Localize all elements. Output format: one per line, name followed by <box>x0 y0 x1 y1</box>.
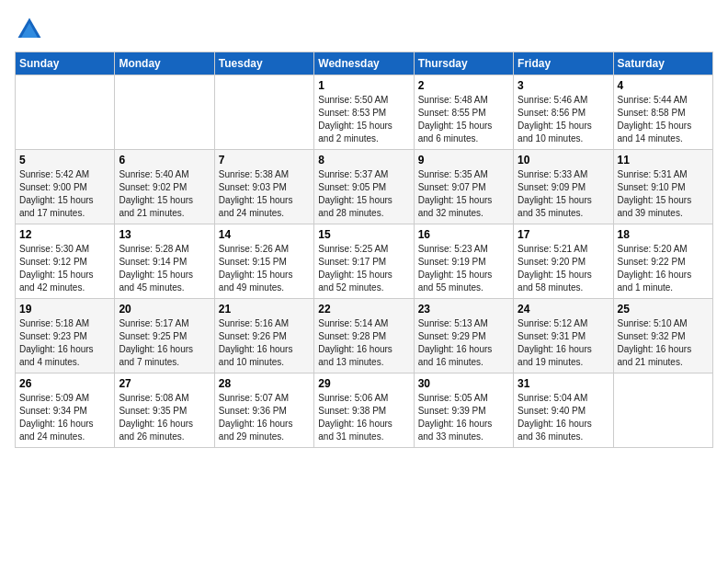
calendar-cell: 12Sunrise: 5:30 AM Sunset: 9:12 PM Dayli… <box>16 224 115 299</box>
day-info: Sunrise: 5:05 AM Sunset: 9:39 PM Dayligh… <box>418 392 509 443</box>
calendar-cell: 13Sunrise: 5:28 AM Sunset: 9:14 PM Dayli… <box>115 224 214 299</box>
day-number: 15 <box>318 228 409 241</box>
calendar-cell: 27Sunrise: 5:08 AM Sunset: 9:35 PM Dayli… <box>115 373 214 448</box>
calendar-cell: 3Sunrise: 5:46 AM Sunset: 8:56 PM Daylig… <box>514 75 613 150</box>
day-number: 24 <box>518 303 609 316</box>
day-info: Sunrise: 5:25 AM Sunset: 9:17 PM Dayligh… <box>318 243 409 294</box>
day-info: Sunrise: 5:26 AM Sunset: 9:15 PM Dayligh… <box>219 243 310 294</box>
calendar-cell: 31Sunrise: 5:04 AM Sunset: 9:40 PM Dayli… <box>514 373 613 448</box>
calendar-cell <box>613 373 712 448</box>
day-number: 30 <box>418 377 509 390</box>
calendar-table: SundayMondayTuesdayWednesdayThursdayFrid… <box>15 52 713 448</box>
day-number: 8 <box>318 154 409 167</box>
day-info: Sunrise: 5:48 AM Sunset: 8:55 PM Dayligh… <box>418 94 509 145</box>
day-info: Sunrise: 5:09 AM Sunset: 9:34 PM Dayligh… <box>19 392 110 443</box>
day-info: Sunrise: 5:35 AM Sunset: 9:07 PM Dayligh… <box>418 168 509 220</box>
calendar-cell: 19Sunrise: 5:18 AM Sunset: 9:23 PM Dayli… <box>16 299 115 373</box>
day-info: Sunrise: 5:28 AM Sunset: 9:14 PM Dayligh… <box>119 243 210 294</box>
calendar-week-row: 5Sunrise: 5:42 AM Sunset: 9:00 PM Daylig… <box>16 150 713 224</box>
day-number: 7 <box>219 154 310 167</box>
day-info: Sunrise: 5:06 AM Sunset: 9:38 PM Dayligh… <box>318 392 409 443</box>
day-number: 21 <box>219 303 310 316</box>
day-number: 1 <box>318 79 409 92</box>
weekday-header: Monday <box>115 52 214 75</box>
calendar-cell: 2Sunrise: 5:48 AM Sunset: 8:55 PM Daylig… <box>414 75 513 150</box>
day-info: Sunrise: 5:50 AM Sunset: 8:53 PM Dayligh… <box>318 94 409 145</box>
day-info: Sunrise: 5:14 AM Sunset: 9:28 PM Dayligh… <box>318 317 409 369</box>
day-info: Sunrise: 5:21 AM Sunset: 9:20 PM Dayligh… <box>518 243 609 294</box>
calendar-cell: 1Sunrise: 5:50 AM Sunset: 8:53 PM Daylig… <box>314 75 414 150</box>
day-number: 13 <box>119 228 210 241</box>
calendar-cell: 14Sunrise: 5:26 AM Sunset: 9:15 PM Dayli… <box>214 224 313 299</box>
day-number: 10 <box>518 154 609 167</box>
calendar-cell <box>115 75 214 150</box>
calendar-cell: 18Sunrise: 5:20 AM Sunset: 9:22 PM Dayli… <box>613 224 712 299</box>
weekday-header: Tuesday <box>214 52 313 75</box>
logo-icon <box>15 15 44 44</box>
calendar-cell: 24Sunrise: 5:12 AM Sunset: 9:31 PM Dayli… <box>514 299 613 373</box>
day-info: Sunrise: 5:18 AM Sunset: 9:23 PM Dayligh… <box>19 317 110 369</box>
day-number: 2 <box>418 79 509 92</box>
day-info: Sunrise: 5:07 AM Sunset: 9:36 PM Dayligh… <box>219 392 310 443</box>
day-number: 29 <box>318 377 409 390</box>
calendar-cell <box>16 75 115 150</box>
calendar-cell: 8Sunrise: 5:37 AM Sunset: 9:05 PM Daylig… <box>314 150 414 224</box>
day-number: 19 <box>19 303 110 316</box>
day-number: 31 <box>518 377 609 390</box>
day-info: Sunrise: 5:30 AM Sunset: 9:12 PM Dayligh… <box>19 243 110 294</box>
calendar-cell: 7Sunrise: 5:38 AM Sunset: 9:03 PM Daylig… <box>214 150 313 224</box>
day-number: 22 <box>318 303 409 316</box>
weekday-header: Saturday <box>613 52 712 75</box>
calendar-cell: 15Sunrise: 5:25 AM Sunset: 9:17 PM Dayli… <box>314 224 414 299</box>
day-number: 4 <box>618 79 709 92</box>
day-number: 20 <box>119 303 210 316</box>
day-info: Sunrise: 5:37 AM Sunset: 9:05 PM Dayligh… <box>318 168 409 220</box>
calendar-cell: 28Sunrise: 5:07 AM Sunset: 9:36 PM Dayli… <box>214 373 313 448</box>
weekday-header: Thursday <box>414 52 513 75</box>
day-number: 25 <box>618 303 709 316</box>
day-info: Sunrise: 5:31 AM Sunset: 9:10 PM Dayligh… <box>618 168 709 220</box>
day-number: 12 <box>19 228 110 241</box>
calendar-cell <box>214 75 313 150</box>
day-info: Sunrise: 5:10 AM Sunset: 9:32 PM Dayligh… <box>618 317 709 369</box>
day-number: 11 <box>618 154 709 167</box>
calendar-week-row: 12Sunrise: 5:30 AM Sunset: 9:12 PM Dayli… <box>16 224 713 299</box>
calendar-cell: 30Sunrise: 5:05 AM Sunset: 9:39 PM Dayli… <box>414 373 513 448</box>
calendar-cell: 20Sunrise: 5:17 AM Sunset: 9:25 PM Dayli… <box>115 299 214 373</box>
day-info: Sunrise: 5:42 AM Sunset: 9:00 PM Dayligh… <box>19 168 110 220</box>
day-number: 18 <box>618 228 709 241</box>
day-info: Sunrise: 5:13 AM Sunset: 9:29 PM Dayligh… <box>418 317 509 369</box>
day-number: 5 <box>19 154 110 167</box>
day-number: 26 <box>19 377 110 390</box>
calendar-cell: 4Sunrise: 5:44 AM Sunset: 8:58 PM Daylig… <box>613 75 712 150</box>
calendar-cell: 16Sunrise: 5:23 AM Sunset: 9:19 PM Dayli… <box>414 224 513 299</box>
logo <box>15 15 48 44</box>
calendar-cell: 23Sunrise: 5:13 AM Sunset: 9:29 PM Dayli… <box>414 299 513 373</box>
calendar-cell: 6Sunrise: 5:40 AM Sunset: 9:02 PM Daylig… <box>115 150 214 224</box>
day-info: Sunrise: 5:46 AM Sunset: 8:56 PM Dayligh… <box>518 94 609 145</box>
calendar-cell: 22Sunrise: 5:14 AM Sunset: 9:28 PM Dayli… <box>314 299 414 373</box>
day-info: Sunrise: 5:20 AM Sunset: 9:22 PM Dayligh… <box>618 243 709 294</box>
day-number: 23 <box>418 303 509 316</box>
day-info: Sunrise: 5:40 AM Sunset: 9:02 PM Dayligh… <box>119 168 210 220</box>
day-number: 17 <box>518 228 609 241</box>
calendar-cell: 29Sunrise: 5:06 AM Sunset: 9:38 PM Dayli… <box>314 373 414 448</box>
calendar-cell: 11Sunrise: 5:31 AM Sunset: 9:10 PM Dayli… <box>613 150 712 224</box>
calendar-cell: 26Sunrise: 5:09 AM Sunset: 9:34 PM Dayli… <box>16 373 115 448</box>
calendar-week-row: 26Sunrise: 5:09 AM Sunset: 9:34 PM Dayli… <box>16 373 713 448</box>
day-info: Sunrise: 5:16 AM Sunset: 9:26 PM Dayligh… <box>219 317 310 369</box>
day-info: Sunrise: 5:04 AM Sunset: 9:40 PM Dayligh… <box>518 392 609 443</box>
day-info: Sunrise: 5:33 AM Sunset: 9:09 PM Dayligh… <box>518 168 609 220</box>
calendar-header-row: SundayMondayTuesdayWednesdayThursdayFrid… <box>16 52 713 75</box>
day-info: Sunrise: 5:12 AM Sunset: 9:31 PM Dayligh… <box>518 317 609 369</box>
day-number: 27 <box>119 377 210 390</box>
day-info: Sunrise: 5:44 AM Sunset: 8:58 PM Dayligh… <box>618 94 709 145</box>
day-info: Sunrise: 5:08 AM Sunset: 9:35 PM Dayligh… <box>119 392 210 443</box>
calendar-cell: 21Sunrise: 5:16 AM Sunset: 9:26 PM Dayli… <box>214 299 313 373</box>
calendar-cell: 10Sunrise: 5:33 AM Sunset: 9:09 PM Dayli… <box>514 150 613 224</box>
calendar-cell: 25Sunrise: 5:10 AM Sunset: 9:32 PM Dayli… <box>613 299 712 373</box>
day-number: 14 <box>219 228 310 241</box>
weekday-header: Sunday <box>16 52 115 75</box>
weekday-header: Wednesday <box>314 52 414 75</box>
day-number: 16 <box>418 228 509 241</box>
